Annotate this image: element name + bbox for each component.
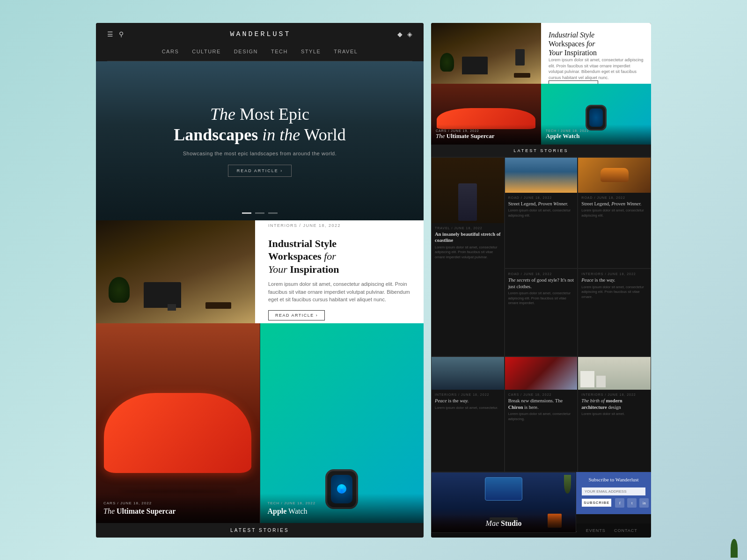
- supercar-title: The Ultimate Supercar: [103, 507, 252, 516]
- supercar-card[interactable]: CARS / JUNE 18, 2022 The Ultimate Superc…: [96, 323, 260, 523]
- right-top-title: Industrial Style Workspaces forYour Insp…: [549, 30, 644, 58]
- supercar-image: [96, 323, 260, 523]
- story-moto-title: Street Legend, Proven Winner.: [581, 201, 647, 207]
- search-icon[interactable]: ⚲: [119, 30, 124, 38]
- subscribe-title: Subscribe to Wanderlust: [582, 477, 645, 482]
- story-moto[interactable]: ROAD / JUNE 18, 2022 Street Legend, Prov…: [578, 157, 651, 269]
- dot-3[interactable]: [268, 212, 278, 214]
- right-top-featured: Industrial Style Workspaces forYour Insp…: [431, 23, 651, 84]
- nav-design[interactable]: DESIGN: [234, 49, 258, 54]
- story-peace[interactable]: INTERIORS / JUNE 18, 2022 Peace is the w…: [578, 269, 651, 356]
- story-peace-title: Peace is the way.: [581, 277, 647, 284]
- hero-section: The Most Epic Landscapes in the World Sh…: [96, 61, 424, 220]
- footer-contact[interactable]: CONTACT: [614, 528, 637, 533]
- apple-watch-overlay: TECH / JUNE 18, 2022 Apple Watch: [260, 494, 424, 523]
- nav-travel[interactable]: TRAVEL: [334, 49, 358, 54]
- right-supercar-meta: CARS / JUNE 19, 2022: [436, 129, 536, 132]
- right-supercar-overlay: CARS / JUNE 19, 2022 The Ultimate Superc…: [431, 124, 541, 145]
- hero-dots: [242, 212, 278, 214]
- stories-grid: TRAVEL / JUNE 18, 2022 An insanely beaut…: [431, 157, 651, 472]
- story-arch-body: INTERIORS / JUNE 18, 2022 The birth of m…: [578, 390, 651, 472]
- story-arch-title: The birth of modern architecture design: [581, 398, 647, 410]
- story-coast-image: [505, 158, 578, 193]
- right-latest-label: LATEST STORIES: [431, 145, 651, 157]
- story-peace-desc: Lorem ipsum dolor sit amet, consectetur …: [581, 285, 647, 300]
- story-person-image: [432, 158, 504, 223]
- story-mountain-desc: Lorem ipsum dolor sit amet, consectetur.: [435, 406, 501, 411]
- right-supercar-title: The Ultimate Supercar: [436, 132, 536, 140]
- story-mountain-image: [432, 357, 504, 390]
- story-arch[interactable]: INTERIORS / JUNE 18, 2022 The birth of m…: [578, 356, 651, 472]
- story-coast[interactable]: ROAD / JUNE 18, 2022 Street Legend, Prov…: [505, 157, 578, 269]
- right-top-description: Lorem ipsum dolor sit amet, consectetur …: [549, 57, 644, 80]
- dot-2[interactable]: [255, 212, 264, 214]
- apple-watch-image: [260, 323, 424, 523]
- social-instagram-icon[interactable]: in: [639, 498, 649, 508]
- story-moto-meta: ROAD / JUNE 18, 2022: [581, 196, 647, 199]
- story-mountain-body: INTERIORS / JUNE 18, 2022 Peace is the w…: [432, 390, 504, 472]
- story-style-title: The secrets of good style? It's not just…: [508, 277, 574, 290]
- featured-article: INTERIORS / JUNE 18, 2022 Industrial Sty…: [96, 220, 424, 323]
- nav-social: ◆ ◈: [397, 30, 412, 38]
- story-mountain-title: Peace is the way.: [435, 398, 501, 404]
- story-mountain[interactable]: INTERIORS / JUNE 18, 2022 Peace is the w…: [431, 356, 505, 472]
- menu-icon[interactable]: ☰: [107, 30, 113, 38]
- story-person-title: An insanely beautiful stretch of coastli…: [435, 231, 501, 244]
- right-panel: Industrial Style Workspaces forYour Insp…: [431, 23, 651, 538]
- story-chiron-title: Break new dimensions. The Chiron is here…: [508, 398, 574, 410]
- apple-watch-meta: TECH / JUNE 18, 2022: [268, 501, 417, 505]
- story-chiron-meta: CARS / JUNE 18, 2022: [508, 393, 574, 396]
- nav-cars[interactable]: CARS: [162, 49, 179, 54]
- featured-article-image: [96, 220, 255, 323]
- facebook-icon[interactable]: ◆: [397, 30, 403, 38]
- right-supercar-card[interactable]: CARS / JUNE 19, 2022 The Ultimate Superc…: [431, 84, 541, 145]
- story-moto-image: [578, 158, 651, 193]
- featured-read-more-button[interactable]: READ ARTICLE ›: [268, 310, 325, 320]
- story-style-meta: ROAD / JUNE 18, 2022: [508, 272, 574, 276]
- story-moto-desc: Lorem ipsum dolor sit amet, consectetur …: [581, 208, 647, 218]
- featured-meta: INTERIORS / JUNE 18, 2022: [268, 223, 410, 228]
- story-chiron-body: CARS / JUNE 18, 2022 Break new dimension…: [505, 390, 578, 472]
- nav-left: ☰ ⚲: [107, 30, 124, 38]
- right-top-image: [431, 23, 541, 84]
- hero-read-article-button[interactable]: READ ARTICLE ›: [228, 165, 292, 177]
- story-style[interactable]: ROAD / JUNE 18, 2022 The secrets of good…: [505, 269, 578, 356]
- nav-links: CARS CULTURE DESIGN TECH STYLE TRAVEL: [96, 46, 424, 61]
- story-peace-meta: INTERIORS / JUNE 18, 2022: [581, 272, 647, 276]
- supercar-overlay: CARS / JUNE 18, 2022 The Ultimate Superc…: [96, 494, 260, 523]
- right-watch-meta: TECH / JUNE 18, 2022: [546, 129, 646, 132]
- featured-description: Lorem ipsum dolor sit amet, consectetur …: [268, 280, 410, 304]
- dot-1[interactable]: [242, 212, 251, 214]
- mac-studio-card[interactable]: Mae Studio: [431, 472, 576, 533]
- story-person-meta: TRAVEL / JUNE 18, 2022: [435, 226, 501, 230]
- social-facebook-icon[interactable]: f: [615, 498, 624, 508]
- story-mountain-meta: INTERIORS / JUNE 18, 2022: [435, 393, 501, 396]
- apple-watch-card[interactable]: TECH / JUNE 18, 2022 Apple Watch: [260, 323, 424, 523]
- story-chiron-desc: Lorem ipsum dolor sit amet, consectetur …: [508, 412, 574, 422]
- site-title: WANDERLUST: [230, 30, 291, 38]
- hero-title: The Most Epic Landscapes in the World: [174, 104, 345, 145]
- nav-tech[interactable]: TECH: [271, 49, 288, 54]
- right-watch-card[interactable]: TECH / JUNE 18, 2022 Apple Watch: [541, 84, 651, 145]
- story-coast-body: ROAD / JUNE 18, 2022 Street Legend, Prov…: [505, 193, 578, 269]
- left-panel: ☰ ⚲ WANDERLUST ◆ ◈ CARS CULTURE DESIGN T…: [96, 23, 424, 538]
- twitter-icon[interactable]: ◈: [407, 30, 412, 38]
- subscribe-email-input[interactable]: [582, 487, 645, 495]
- social-twitter-icon[interactable]: t: [627, 498, 637, 508]
- bottom-cards: CARS / JUNE 18, 2022 The Ultimate Superc…: [96, 323, 424, 523]
- nav-culture[interactable]: CULTURE: [192, 49, 221, 54]
- story-chiron[interactable]: CARS / JUNE 18, 2022 Break new dimension…: [505, 356, 578, 472]
- subscribe-button[interactable]: SUBSCRIBE: [582, 499, 611, 507]
- footer-events[interactable]: EVENTS: [586, 528, 606, 533]
- story-coast-meta: ROAD / JUNE 18, 2022: [508, 196, 574, 199]
- story-style-body: ROAD / JUNE 18, 2022 The secrets of good…: [505, 269, 578, 356]
- nav-style[interactable]: STYLE: [301, 49, 321, 54]
- story-style-desc: Lorem ipsum dolor sit amet, consectetur …: [508, 291, 574, 306]
- navbar: ☰ ⚲ WANDERLUST ◆ ◈: [96, 23, 424, 46]
- story-person-desc: Lorem ipsum dolor sit amet, consectetur …: [435, 245, 501, 260]
- story-person[interactable]: TRAVEL / JUNE 18, 2022 An insanely beaut…: [431, 157, 505, 356]
- subscribe-socials: f t in p: [615, 498, 651, 508]
- featured-article-content: INTERIORS / JUNE 18, 2022 Industrial Sty…: [255, 220, 424, 323]
- subscribe-row: SUBSCRIBE f t in p: [582, 498, 645, 508]
- story-coast-desc: Lorem ipsum dolor sit amet, consectetur …: [508, 208, 574, 218]
